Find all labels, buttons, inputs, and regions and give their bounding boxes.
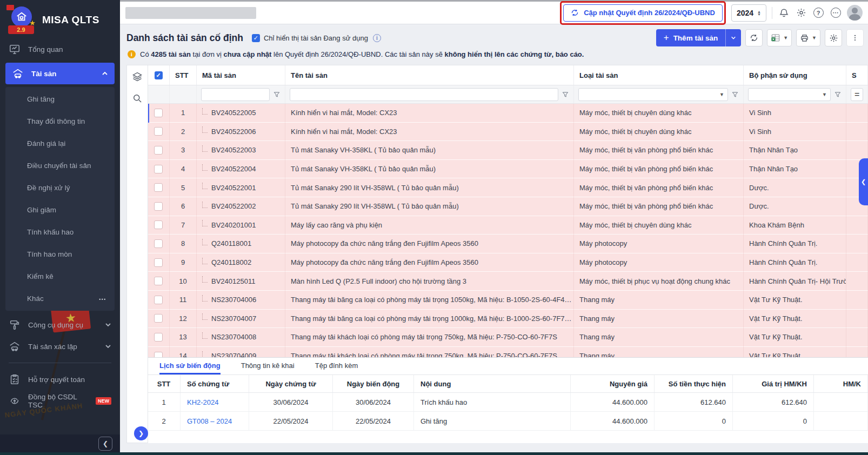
filter-select-loai[interactable]: ▼ [578, 88, 728, 101]
sidebar-collapse-button[interactable]: ❮ [98, 437, 112, 451]
table-row[interactable]: 14NS230704009Thang máy tải khách loại có… [148, 347, 868, 358]
row-checkbox[interactable] [154, 258, 163, 267]
table-row[interactable]: 8Q240118001Máy photocopy đa chức năng tr… [148, 235, 868, 253]
row-checkbox[interactable] [154, 314, 163, 323]
row-checkbox[interactable] [154, 220, 163, 229]
tab-0[interactable]: Lịch sử biến động [159, 358, 221, 374]
detail-row[interactable]: 1KH2-202430/06/202430/06/2024Trích khấu … [148, 393, 868, 412]
update-decision-button[interactable]: Cập nhật Quyết định 26/2024/QĐ-UBND [563, 4, 723, 22]
update-decision-label: Cập nhật Quyết định 26/2024/QĐ-UBND [584, 9, 715, 17]
table-row[interactable]: 1BV240522005Kính hiển vi hai mắt, Model:… [148, 104, 868, 123]
asset-table-filter-row: ▼ ▼ = [148, 85, 868, 104]
row-checkbox[interactable] [154, 239, 163, 248]
filter-input-clipped[interactable]: = [851, 88, 863, 101]
sidebar-subitem-9[interactable]: Khác⋯ [5, 287, 115, 310]
tree-node-icon [202, 258, 208, 264]
info-icon[interactable]: i [373, 34, 381, 42]
right-panel-toggle[interactable]: ❮ [859, 158, 868, 205]
table-row[interactable]: 2BV240522006Kính hiển vi hai mắt, Model:… [148, 123, 868, 142]
row-checkbox[interactable] [154, 202, 163, 211]
table-row[interactable]: 4BV240522004Tủ mát Sanaky VH-358KL ( Tủ … [148, 160, 868, 179]
cell-bo-phan: Vi Sinh [744, 104, 846, 123]
row-checkbox[interactable] [154, 183, 163, 192]
year-stepper[interactable]: ▲▼ [757, 10, 761, 16]
row-checkbox[interactable] [154, 333, 163, 342]
table-row[interactable]: 11NS230704006Thang máy tải băng ca loại … [148, 291, 868, 310]
cell-bo-phan: Hành Chính Quản Trị- Hội Trườ… [744, 272, 846, 291]
more-options-button[interactable] [846, 29, 864, 46]
tab-1[interactable]: Thông tin kê khai [241, 358, 295, 374]
sidebar-item-label: Hỗ trợ quyết toán [28, 376, 111, 384]
table-row[interactable]: 13NS230704008Thang máy tải khách loại có… [148, 328, 868, 347]
table-row[interactable]: 12NS230704007Thang máy tải băng ca loại … [148, 310, 868, 329]
notifications-button[interactable] [778, 7, 790, 19]
row-checkbox[interactable] [154, 146, 163, 155]
tools-icon [9, 319, 21, 331]
more-icon: ⋯ [831, 8, 841, 18]
table-row[interactable]: 3BV240522003Tủ mát Sanaky VH-358KL ( Tủ … [148, 141, 868, 160]
year-selector[interactable]: 2024 ▲▼ [731, 4, 766, 22]
row-checkbox[interactable] [154, 165, 163, 173]
col-bo-phan-su-dung[interactable]: Bộ phận sử dụng [744, 65, 846, 85]
tab-2[interactable]: Tệp đính kèm [315, 358, 358, 374]
document-link[interactable]: GT008 – 2024 [187, 417, 232, 425]
settings-button[interactable] [795, 7, 807, 19]
table-row[interactable]: 10BV240125011Màn hình Led Q (P2.5 Full i… [148, 272, 868, 291]
help-button[interactable]: ? [812, 7, 824, 19]
sidebar-item-tong-quan[interactable]: Tổng quan [0, 38, 120, 60]
sidebar-subitem-4[interactable]: Đề nghị xử lý [5, 177, 115, 199]
col-ten-tai-san[interactable]: Tên tài sản [285, 65, 574, 85]
cell-bo-phan: Vi Sinh [744, 123, 846, 142]
cell-clipped [846, 235, 868, 253]
sidebar-subitem-5[interactable]: Ghi giảm [5, 199, 115, 221]
sidebar-item-tai-san-xac-lap[interactable]: Tài sản xác lập [0, 336, 120, 357]
sidebar-subitem-1[interactable]: Thay đổi thông tin [5, 110, 115, 132]
sidebar-subitem-7[interactable]: Tính hao mòn [5, 243, 115, 265]
expand-panel-button[interactable]: ❯ [134, 426, 148, 440]
row-checkbox[interactable] [154, 109, 163, 117]
export-excel-button[interactable]: ▼ [767, 29, 792, 46]
funnel-icon[interactable] [273, 91, 281, 98]
sidebar-item-ho-tro-quyet-toan[interactable]: Hỗ trợ quyết toán [0, 369, 120, 390]
more-button[interactable]: ⋯ [830, 7, 842, 19]
sidebar-item-cong-cu-dung-cu[interactable]: Công cụ dụng cụ [0, 314, 120, 336]
sidebar-subitem-0[interactable]: Ghi tăng [5, 88, 115, 110]
document-link[interactable]: KH2-2024 [187, 398, 219, 406]
avatar[interactable] [847, 5, 863, 21]
filter-select-bophan[interactable]: ▼ [748, 88, 831, 101]
sidebar-item-dong-bo-csdl-tsc[interactable]: Đồng bộ CSDL TSC NEW [0, 390, 120, 412]
sidebar-subitem-2[interactable]: Đánh giá lại [5, 132, 115, 155]
select-all-checkbox[interactable]: ✓ [155, 71, 163, 79]
sidebar-subitem-8[interactable]: Kiểm kê [5, 265, 115, 287]
filter-input-ma[interactable] [201, 88, 270, 101]
table-row[interactable]: 6BV240522002Tủ mát Sanaky 290 lít VH-358… [148, 197, 868, 216]
in-use-checkbox[interactable]: ✓ [252, 34, 260, 42]
col-stt[interactable]: STT [170, 65, 197, 85]
cell-ma-tai-san: BV240522003 [197, 141, 285, 160]
add-asset-dropdown[interactable] [725, 29, 741, 46]
row-checkbox[interactable] [154, 277, 163, 285]
sidebar-item-tai-san[interactable]: Tài sản [5, 63, 115, 84]
print-button[interactable]: ▼ [796, 29, 820, 46]
col-clipped[interactable]: S [846, 65, 868, 85]
funnel-icon[interactable] [731, 91, 739, 98]
col-loai-tai-san[interactable]: Loại tài sản [574, 65, 744, 85]
sidebar-subitem-6[interactable]: Tính khấu hao [5, 221, 115, 243]
filter-input-ten[interactable] [290, 88, 558, 101]
table-row[interactable]: 5BV240522001Tủ mát Sanaky 290 lít VH-358… [148, 178, 868, 197]
funnel-icon[interactable] [562, 91, 569, 98]
detail-row[interactable]: 2GT008 – 202422/05/202422/05/2024Ghi tăn… [148, 412, 868, 431]
table-row[interactable]: 7BV240201001Máy lấy cao răng và phụ kiện… [148, 216, 868, 235]
table-settings-button[interactable] [825, 29, 842, 46]
search-icon[interactable] [132, 93, 143, 104]
refresh-button[interactable] [745, 29, 763, 46]
sidebar-subitem-3[interactable]: Điều chuyển tài sản [5, 155, 115, 177]
tree-node-icon [202, 313, 208, 320]
layers-icon[interactable] [132, 71, 143, 82]
add-asset-button[interactable]: + Thêm tài sản [656, 29, 741, 46]
row-checkbox[interactable] [154, 127, 163, 136]
table-row[interactable]: 9Q240118002Máy photocopy đa chức năng tr… [148, 253, 868, 272]
col-ma-tai-san[interactable]: Mã tài sản [197, 65, 285, 85]
funnel-icon[interactable] [834, 91, 842, 98]
row-checkbox[interactable] [154, 296, 163, 304]
